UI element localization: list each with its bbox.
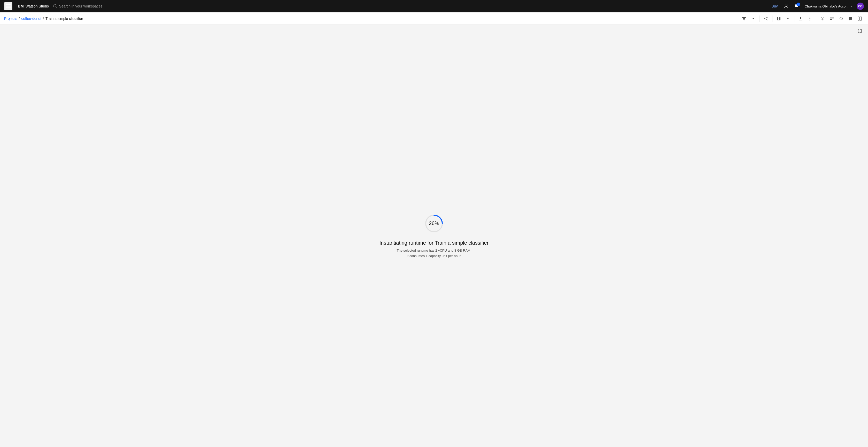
top-navigation: IBM Watson Studio Buy 1 Chukwuma Obinabo… (0, 0, 868, 12)
loading-subtitle-line1: The selected runtime has 2 vCPU and 8 GB… (379, 248, 489, 253)
save-button[interactable] (774, 14, 783, 23)
filter-button[interactable] (740, 14, 748, 23)
svg-rect-15 (858, 17, 860, 21)
breadcrumb-sep-2: / (43, 16, 44, 21)
svg-point-10 (810, 20, 810, 21)
svg-rect-0 (6, 4, 11, 5)
svg-rect-1 (6, 6, 11, 6)
svg-rect-11 (830, 17, 834, 18)
toolbar-sep-1 (760, 15, 760, 22)
loading-subtitle-line2: It consumes 1 capacity unit per hour. (379, 253, 489, 259)
svg-rect-2 (6, 7, 11, 8)
notification-button[interactable]: 1 (792, 2, 801, 10)
search-input[interactable] (59, 4, 208, 8)
breadcrumb: Projects / coffee-donut / Train a simple… (4, 16, 740, 21)
account-name: Chukwuma Obinabo's Acco... (805, 4, 848, 8)
filter-dropdown-button[interactable] (749, 14, 757, 23)
svg-line-7 (765, 19, 767, 20)
collaborate-icon-button[interactable] (782, 2, 790, 10)
svg-rect-12 (830, 18, 833, 18)
product-name: Watson Studio (26, 4, 49, 8)
loading-text: Instantiating runtime for Train a simple… (379, 240, 489, 259)
breadcrumb-sep-1: / (19, 16, 20, 21)
svg-point-9 (810, 18, 810, 19)
avatar[interactable]: CO (857, 3, 864, 10)
svg-rect-16 (860, 17, 862, 21)
comment-button[interactable] (846, 14, 855, 23)
toolbar-sep-3 (794, 15, 795, 22)
buy-button[interactable]: Buy (770, 3, 780, 9)
expand-button[interactable] (856, 27, 864, 35)
account-menu[interactable]: Chukwuma Obinabo's Acco... ▼ (803, 3, 855, 9)
nav-right-actions: Buy 1 Chukwuma Obinabo's Acco... ▼ CO (770, 2, 864, 10)
loading-spinner (424, 213, 444, 234)
breadcrumb-projects-link[interactable]: Projects (4, 16, 17, 21)
share-button[interactable] (762, 14, 770, 23)
download-button[interactable] (797, 14, 805, 23)
svg-point-8 (810, 16, 810, 17)
loading-title: Instantiating runtime for Train a simple… (379, 240, 489, 246)
breadcrumb-project-link[interactable]: coffee-donut (21, 16, 41, 21)
main-content: 26% Instantiating runtime for Train a si… (0, 25, 868, 447)
more-options-button[interactable] (806, 14, 814, 23)
save-dropdown-button[interactable] (784, 14, 792, 23)
toolbar-sep-4 (816, 15, 816, 22)
split-button[interactable] (856, 14, 864, 23)
search-icon (53, 4, 57, 8)
hamburger-menu-button[interactable] (4, 2, 12, 10)
svg-rect-13 (830, 19, 834, 19)
notification-badge: 1 (797, 3, 800, 6)
info-button[interactable] (818, 14, 827, 23)
search-bar[interactable] (53, 4, 208, 8)
account-chevron-icon: ▼ (850, 5, 852, 8)
format-button[interactable] (828, 14, 836, 23)
loading-container: 26% Instantiating runtime for Train a si… (379, 213, 489, 259)
ibm-logo-text: IBM (17, 4, 24, 8)
toolbar-bar: Projects / coffee-donut / Train a simple… (0, 12, 868, 25)
history-button[interactable] (837, 14, 845, 23)
svg-line-6 (765, 17, 767, 19)
app-logo: IBM Watson Studio (17, 4, 49, 8)
breadcrumb-current-page: Train a simple classifier (45, 16, 83, 21)
spinner-container: 26% (424, 213, 444, 234)
toolbar-right-actions (740, 14, 864, 23)
svg-rect-14 (830, 20, 832, 20)
